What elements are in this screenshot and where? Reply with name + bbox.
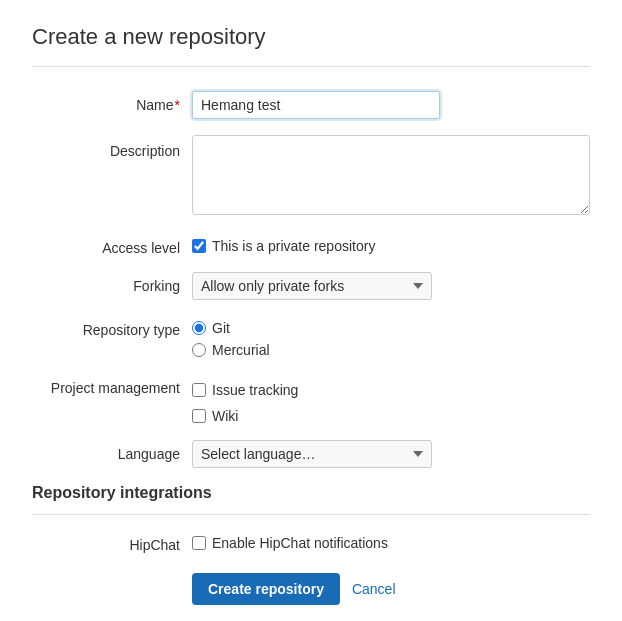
issue-tracking-label: Issue tracking <box>212 382 298 398</box>
description-input-wrap <box>192 135 590 218</box>
repo-type-group: Repository type Git Mercurial <box>32 316 590 358</box>
description-input[interactable] <box>192 135 590 215</box>
repo-type-git-radio[interactable] <box>192 321 206 335</box>
repo-type-label: Repository type <box>32 316 192 338</box>
repo-type-git-item: Git <box>192 320 590 336</box>
access-label: Access level <box>32 234 192 256</box>
language-select[interactable]: Select language… <box>192 440 432 468</box>
project-mgmt-label: Project management <box>32 374 192 396</box>
integrations-section: Repository integrations HipChat Enable H… <box>32 484 590 553</box>
name-field-group: Name* <box>32 91 590 119</box>
wiki-checkbox[interactable] <box>192 409 206 423</box>
access-control-wrap: This is a private repository <box>192 234 590 254</box>
repo-type-mercurial-label: Mercurial <box>212 342 270 358</box>
repo-type-wrap: Git Mercurial <box>192 316 590 358</box>
access-private-label: This is a private repository <box>212 238 375 254</box>
name-label: Name* <box>32 91 192 113</box>
repo-type-mercurial-item: Mercurial <box>192 342 590 358</box>
name-input-wrap <box>192 91 590 119</box>
integrations-title: Repository integrations <box>32 484 590 502</box>
issue-tracking-checkbox[interactable] <box>192 383 206 397</box>
actions-row: Create repository Cancel <box>32 573 590 605</box>
access-level-group: Access level This is a private repositor… <box>32 234 590 256</box>
cancel-button[interactable]: Cancel <box>352 573 396 605</box>
issue-tracking-item: Issue tracking <box>192 378 590 398</box>
hipchat-wrap: Enable HipChat notifications <box>192 531 590 551</box>
forking-label: Forking <box>32 272 192 294</box>
create-repository-button[interactable]: Create repository <box>192 573 340 605</box>
description-field-group: Description <box>32 135 590 218</box>
repo-type-radio-group: Git Mercurial <box>192 316 590 358</box>
wiki-label: Wiki <box>212 408 238 424</box>
title-divider <box>32 66 590 67</box>
repo-type-mercurial-radio[interactable] <box>192 343 206 357</box>
wiki-item: Wiki <box>192 404 590 424</box>
hipchat-label: HipChat <box>32 531 192 553</box>
project-mgmt-wrap: Issue tracking Wiki <box>192 374 590 424</box>
page-title: Create a new repository <box>32 24 590 50</box>
access-private-checkbox[interactable] <box>192 239 206 253</box>
forking-select-wrap: Allow only private forks Allow public fo… <box>192 272 590 300</box>
hipchat-checkbox-label: Enable HipChat notifications <box>212 535 388 551</box>
repo-type-git-label: Git <box>212 320 230 336</box>
access-checkbox-wrap: This is a private repository <box>192 234 590 254</box>
language-group: Language Select language… <box>32 440 590 468</box>
forking-group: Forking Allow only private forks Allow p… <box>32 272 590 300</box>
project-mgmt-checkbox-group: Issue tracking Wiki <box>192 374 590 424</box>
forking-select[interactable]: Allow only private forks Allow public fo… <box>192 272 432 300</box>
language-label: Language <box>32 440 192 462</box>
language-select-wrap: Select language… <box>192 440 590 468</box>
hipchat-checkbox[interactable] <box>192 536 206 550</box>
hipchat-checkbox-wrap: Enable HipChat notifications <box>192 531 590 551</box>
name-input[interactable] <box>192 91 440 119</box>
project-mgmt-group: Project management Issue tracking Wiki <box>32 374 590 424</box>
description-label: Description <box>32 135 192 159</box>
integrations-divider <box>32 514 590 515</box>
hipchat-group: HipChat Enable HipChat notifications <box>32 531 590 553</box>
